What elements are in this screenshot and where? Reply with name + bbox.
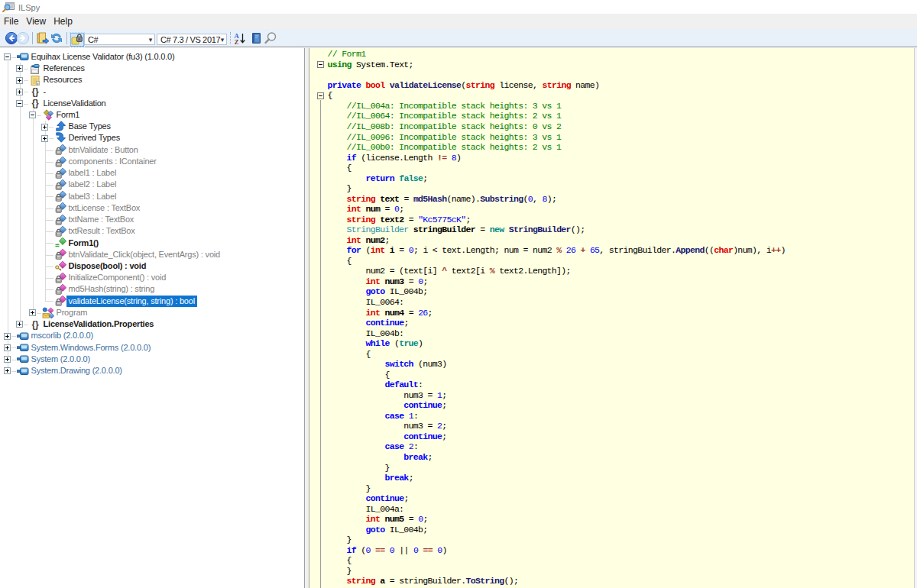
svg-text:{}: {} — [32, 319, 39, 330]
svg-text:{}: {} — [32, 98, 39, 108]
svg-text:{}: {} — [32, 86, 39, 97]
svg-text:Z: Z — [235, 38, 239, 45]
